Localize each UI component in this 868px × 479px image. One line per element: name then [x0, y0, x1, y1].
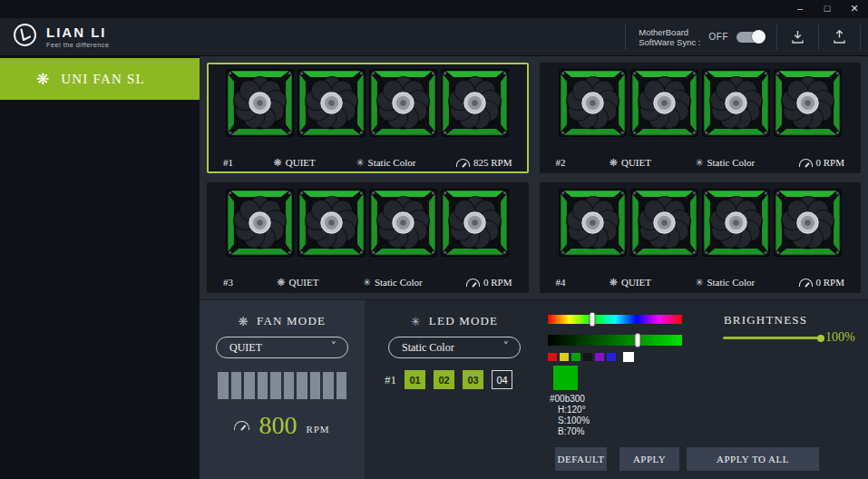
upload-icon: [832, 29, 847, 44]
fan-unit: [297, 189, 366, 257]
led-icon: ✳: [363, 278, 371, 288]
fan-unit: [559, 189, 627, 257]
speed-bar: [258, 372, 268, 399]
fan-group-mode: ❋ QUIET: [610, 157, 651, 168]
fan-unit: [226, 69, 294, 137]
export-profile-button[interactable]: [818, 24, 861, 50]
port-group-label: #1: [385, 373, 396, 387]
fan-group-panel-4[interactable]: #4 ❋ QUIET ✳ Static Color 0 RPM: [540, 182, 862, 293]
color-swatch[interactable]: [623, 352, 634, 362]
toggle-knob: [752, 30, 766, 44]
fan-unit: [702, 189, 770, 257]
brightness-slider-knob[interactable]: [817, 335, 824, 342]
gauge-icon: [799, 279, 813, 287]
fan-row: [226, 69, 509, 137]
fan-group-panel-3[interactable]: #3 ❋ QUIET ✳ Static Color 0 RPM: [207, 182, 529, 293]
fan-unit: [369, 69, 437, 137]
motherboard-sync-control: MotherBoard SoftWare Sync : OFF: [625, 24, 776, 50]
chevron-down-icon: ˅: [331, 340, 337, 352]
fan-mode-dropdown[interactable]: QUIET ˅: [216, 337, 348, 358]
maximize-button[interactable]: □: [814, 0, 841, 18]
fan-group-rpm: 825 RPM: [456, 157, 512, 168]
fan-group-mode: ❋ QUIET: [277, 277, 318, 288]
speed-bar: [218, 372, 229, 399]
fan-unit: [702, 69, 770, 137]
sidebar-item-uni-fan-sl[interactable]: ❋ UNI FAN SL: [0, 58, 200, 100]
led-mode-dropdown[interactable]: Static Color ˅: [388, 337, 521, 358]
led-icon: ✳: [695, 158, 703, 168]
color-saturation: S:100%: [550, 415, 590, 426]
apply-to-all-button[interactable]: APPLY TO ALL: [687, 447, 819, 471]
fan-group-led: ✳ Static Color: [695, 277, 755, 288]
fan-group-rpm: 0 RPM: [466, 277, 512, 288]
speed-bar: [284, 372, 295, 399]
led-mode-panel: ✳ LED MODE Static Color ˅ #1 01 02 03 04: [365, 300, 544, 479]
fan-group-panel-1[interactable]: #1 ❋ QUIET ✳ Static Color 825 RPM: [207, 63, 529, 173]
gauge-icon: [466, 279, 480, 287]
import-profile-button[interactable]: [776, 24, 818, 50]
port-button[interactable]: 03: [463, 370, 483, 389]
fan-unit: [774, 189, 842, 257]
color-swatch[interactable]: [571, 353, 580, 361]
color-hue: H:120°: [550, 405, 590, 415]
apply-button[interactable]: APPLY: [619, 447, 679, 471]
minimize-button[interactable]: –: [786, 0, 814, 18]
close-button[interactable]: ✕: [841, 0, 868, 18]
window-titlebar: – □ ✕: [0, 0, 868, 18]
fan-icon: ❋: [277, 278, 285, 288]
port-button[interactable]: 04: [492, 370, 512, 389]
fan-unit: [630, 189, 698, 257]
fan-icon: ❋: [36, 72, 49, 87]
fan-unit: [369, 189, 437, 257]
color-swatch[interactable]: [560, 353, 569, 361]
gauge-icon: [456, 159, 470, 167]
led-mode-selected: Static Color: [402, 341, 454, 355]
port-button[interactable]: 01: [405, 370, 425, 389]
fan-mode-title: ❋ FAN MODE: [200, 314, 365, 328]
sidebar-item-label: UNI FAN SL: [61, 72, 145, 87]
hue-slider[interactable]: [548, 315, 682, 324]
fan-rpm-readout: 800 RPM: [200, 411, 365, 440]
brand-name: LIAN LI: [46, 24, 110, 40]
fan-group-led: ✳ Static Color: [363, 277, 423, 288]
sidebar: ❋ UNI FAN SL: [0, 56, 200, 479]
gauge-icon: [799, 159, 813, 167]
default-button[interactable]: DEFAULT: [555, 447, 607, 471]
download-icon: [790, 29, 805, 44]
speed-bar: [310, 372, 321, 399]
fan-row: [226, 189, 509, 257]
fan-group-info: #3 ❋ QUIET ✳ Static Color 0 RPM: [214, 277, 522, 288]
sync-label: MotherBoard SoftWare Sync :: [639, 27, 700, 47]
fan-unit: [559, 69, 627, 137]
port-button[interactable]: 02: [434, 370, 454, 389]
speed-bar: [297, 372, 307, 399]
color-swatch[interactable]: [607, 353, 616, 361]
brightness-slider[interactable]: [723, 337, 821, 339]
hue-slider-handle[interactable]: [589, 312, 595, 327]
app-header: LIAN LI Feel the difference MotherBoard …: [0, 18, 868, 56]
fan-groups-grid: #1 ❋ QUIET ✳ Static Color 825 RPM: [200, 56, 868, 299]
color-swatch[interactable]: [583, 353, 592, 361]
fan-row: [559, 189, 842, 257]
fan-icon: ❋: [610, 158, 618, 168]
shade-slider-handle[interactable]: [635, 333, 641, 347]
color-brightness: B:70%: [550, 426, 590, 437]
brightness-value: 100%: [825, 330, 855, 345]
color-hex: #00b300: [550, 394, 590, 405]
speed-bar: [231, 372, 242, 399]
color-swatch[interactable]: [548, 353, 557, 361]
fan-group-mode: ❋ QUIET: [610, 277, 651, 288]
lianli-logo-icon: [13, 23, 37, 51]
fan-group-id: #2: [556, 157, 566, 168]
shade-slider[interactable]: [548, 335, 682, 346]
speed-bar: [323, 372, 334, 399]
rpm-value: 800: [258, 411, 297, 440]
sync-toggle[interactable]: [736, 32, 764, 43]
fan-speed-bars: [214, 372, 350, 399]
fan-unit: [774, 69, 842, 137]
chevron-down-icon: ˅: [503, 340, 510, 352]
fan-group-led: ✳ Static Color: [695, 157, 755, 168]
color-swatch[interactable]: [595, 353, 604, 361]
fan-row: [559, 69, 842, 137]
fan-group-panel-2[interactable]: #2 ❋ QUIET ✳ Static Color 0 RPM: [540, 63, 862, 173]
